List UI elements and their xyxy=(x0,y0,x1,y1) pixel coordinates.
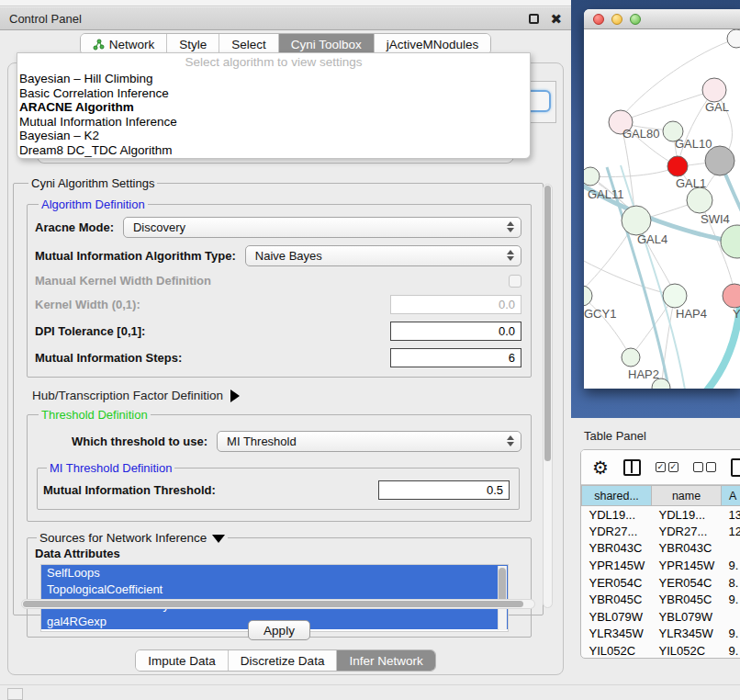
table-cell: YBR045C xyxy=(652,591,722,608)
table-row[interactable]: YLR345WYLR345W9. xyxy=(582,626,740,643)
network-icon xyxy=(93,39,105,51)
node-label: GAL10 xyxy=(675,137,712,151)
network-node-gal4[interactable] xyxy=(622,206,651,235)
algorithm-option[interactable]: Bayesian – Hill Climbing xyxy=(17,72,530,86)
network-node[interactable] xyxy=(727,29,740,48)
mi-type-label: Mutual Information Algorithm Type: xyxy=(35,249,236,263)
settings-vertical-scrollbar[interactable] xyxy=(543,184,553,608)
tab-label: Select xyxy=(231,38,266,51)
tab-label: Cyni Toolbox xyxy=(291,38,362,51)
apply-button[interactable]: Apply xyxy=(248,620,310,640)
column-header-a[interactable]: A xyxy=(722,486,740,506)
table-panel: Table Panel ⚙ ✓✓ shared...nameA YDL19...… xyxy=(571,418,740,684)
mi-type-select[interactable]: Naive Bayes xyxy=(245,245,521,266)
network-node-y[interactable] xyxy=(723,284,740,308)
node-label: GCY1 xyxy=(584,307,616,321)
network-edge[interactable] xyxy=(626,90,714,119)
table-row[interactable]: YER054CYER054C8. xyxy=(582,574,740,592)
node-label: GAL80 xyxy=(622,127,659,141)
tab-select[interactable]: Select xyxy=(219,34,279,54)
mi-steps-input[interactable]: 6 xyxy=(390,348,521,367)
algorithm-option[interactable]: Bayesian – K2 xyxy=(17,129,530,143)
tab-jactivemnodules[interactable]: jActiveMNodules xyxy=(375,34,491,54)
settings-horizontal-scrollbar[interactable] xyxy=(21,599,535,609)
network-edge[interactable] xyxy=(590,169,671,177)
manual-kernel-checkbox[interactable] xyxy=(509,275,521,288)
tab-impute-data[interactable]: Impute Data xyxy=(136,650,229,671)
table-row[interactable]: YPR145WYPR145W9. xyxy=(582,557,740,574)
attributes-scrollbar[interactable] xyxy=(498,566,507,630)
table-cell: 12 xyxy=(722,523,740,540)
table-cell: YBL079W xyxy=(652,608,722,626)
attribute-item-selected[interactable]: SelfLoops xyxy=(41,565,508,581)
table-row[interactable]: YDR27...YDR27...12 xyxy=(582,523,740,540)
attribute-item-selected[interactable]: TopologicalCoefficient xyxy=(41,581,508,598)
network-node[interactable] xyxy=(687,187,712,213)
document-icon[interactable] xyxy=(731,458,740,477)
tab-style[interactable]: Style xyxy=(167,34,219,54)
column-header-name[interactable]: name xyxy=(652,486,722,506)
minimized-panel-icon[interactable] xyxy=(7,688,23,700)
cyni-settings-title: Cyni Algorithm Settings xyxy=(28,176,157,190)
algorithm-option[interactable]: Basic Correlation Inference xyxy=(17,86,530,101)
table-cell: YBR045C xyxy=(582,591,652,608)
network-window-titlebar xyxy=(584,9,740,29)
control-panel-title: Control Panel xyxy=(9,12,82,26)
which-threshold-select[interactable]: MI Threshold xyxy=(217,431,521,452)
minimize-traffic-icon[interactable] xyxy=(611,14,622,25)
table-cell: YDL19... xyxy=(652,506,722,524)
hub-definition-toggle[interactable]: Hub/Transcription Factor Definition xyxy=(32,389,533,402)
sources-toggle[interactable]: Sources for Network Inference xyxy=(37,531,228,545)
algorithm-option[interactable]: ARACNE Algorithm xyxy=(17,100,530,115)
table-row[interactable]: YBL079WYBL079W xyxy=(582,608,740,626)
mi-threshold-input[interactable]: 0.5 xyxy=(378,480,510,500)
dpi-tolerance-input[interactable]: 0.0 xyxy=(390,322,521,341)
network-node-gal11[interactable] xyxy=(584,167,600,186)
kernel-width-input[interactable]: 0.0 xyxy=(390,295,521,314)
aracne-mode-select[interactable]: Discovery xyxy=(123,217,521,238)
network-node-gcy1[interactable] xyxy=(584,286,592,306)
network-view-window[interactable]: GALGAL80GAL10GAL1GAL11SWI4GAL4GCY1HAP4YH… xyxy=(584,9,740,389)
control-panel: Control Panel ✖ NetworkStyleSelectCyni T… xyxy=(0,0,571,684)
column-header-shared[interactable]: shared... xyxy=(582,486,652,506)
table-row[interactable]: YBR045CYBR045C9. xyxy=(582,591,740,608)
table-cell: YBL079W xyxy=(582,608,652,626)
table-cell: YBR043C xyxy=(652,540,722,558)
tab-discretize-data[interactable]: Discretize Data xyxy=(229,650,338,671)
network-node-gal1[interactable] xyxy=(667,156,688,176)
zoom-traffic-icon[interactable] xyxy=(630,14,641,25)
checked-boxes-icon[interactable]: ✓✓ xyxy=(656,462,678,472)
algorithm-option[interactable]: Dream8 DC_TDC Algorithm xyxy=(17,143,530,158)
algorithm-dropdown-list[interactable]: Select algorithm to view settings Bayesi… xyxy=(17,52,531,159)
algorithm-dropdown-placeholder: Select algorithm to view settings xyxy=(17,55,530,72)
float-window-icon[interactable] xyxy=(529,14,539,24)
close-traffic-icon[interactable] xyxy=(593,14,604,25)
mi-type-value: Naive Bayes xyxy=(255,249,322,263)
hub-definition-label: Hub/Transcription Factor Definition xyxy=(32,389,223,402)
spinner-arrows-icon xyxy=(507,221,514,232)
network-node-swi4[interactable] xyxy=(721,225,740,258)
tab-label: Style xyxy=(179,38,207,51)
network-node-hap2[interactable] xyxy=(622,348,640,367)
network-canvas[interactable]: GALGAL80GAL10GAL1GAL11SWI4GAL4GCY1HAP4YH… xyxy=(584,29,740,389)
table-row[interactable]: YDL19...YDL19...13 xyxy=(582,506,740,524)
table-row[interactable]: YBR043CYBR043C xyxy=(582,540,740,558)
tab-network[interactable]: Network xyxy=(81,34,168,54)
close-icon[interactable]: ✖ xyxy=(550,14,562,24)
unchecked-boxes-icon[interactable] xyxy=(693,462,716,472)
table-cell: YPR145W xyxy=(652,557,722,574)
algorithm-option[interactable]: Mutual Information Inference xyxy=(17,115,530,130)
network-node-hap4[interactable] xyxy=(663,284,687,308)
table-row[interactable]: YIL052CYIL052C9. xyxy=(582,642,740,659)
node-table[interactable]: shared...nameA YDL19...YDL19...13YDR27..… xyxy=(581,485,740,659)
table-cell: YIL052C xyxy=(582,642,652,659)
network-node[interactable] xyxy=(705,146,734,175)
aracne-mode-label: Aracne Mode: xyxy=(35,220,114,234)
table-cell: YER054C xyxy=(652,574,722,592)
gear-icon[interactable]: ⚙ xyxy=(592,458,609,477)
tab-cyni-toolbox[interactable]: Cyni Toolbox xyxy=(279,34,375,54)
tab-infer-network[interactable]: Infer Network xyxy=(337,650,434,671)
network-node-gal[interactable] xyxy=(702,78,726,102)
split-pane-icon[interactable] xyxy=(623,459,641,476)
table-cell: YLR345W xyxy=(582,626,652,643)
